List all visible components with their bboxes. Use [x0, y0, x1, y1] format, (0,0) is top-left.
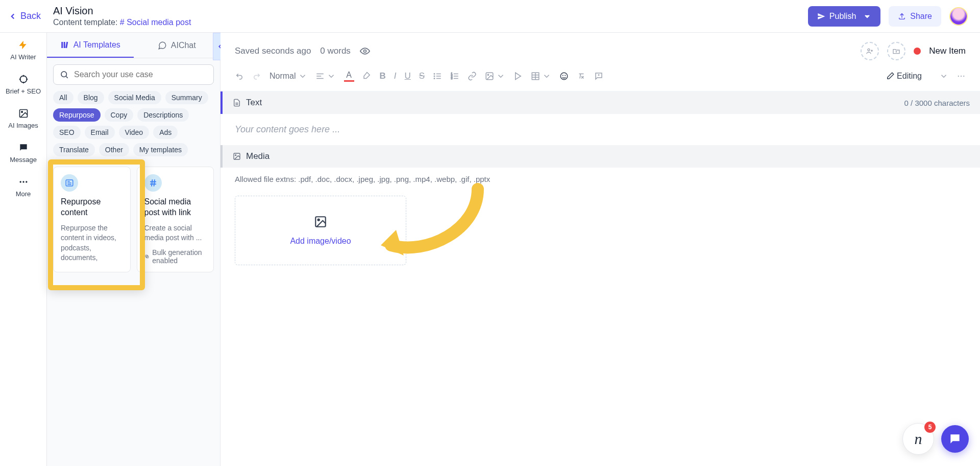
- main-layout: AI Writer Brief + SEO AI Images Message …: [0, 33, 980, 466]
- undo-button[interactable]: [235, 72, 244, 81]
- pill-blog[interactable]: Blog: [78, 91, 104, 104]
- search-icon: [60, 70, 69, 79]
- svg-point-27: [868, 49, 870, 51]
- svg-point-14: [61, 72, 67, 77]
- rail-message[interactable]: Message: [10, 143, 37, 164]
- card-repurpose-content[interactable]: Repurpose content Repurpose the content …: [53, 167, 131, 272]
- video-button[interactable]: [513, 72, 523, 81]
- svg-point-61: [963, 76, 964, 77]
- underline-button[interactable]: U: [405, 71, 411, 81]
- image-dropdown[interactable]: [485, 72, 505, 81]
- notifications-widget[interactable]: n 5: [902, 423, 934, 455]
- rail-brief-seo[interactable]: Brief + SEO: [6, 74, 41, 95]
- style-dropdown[interactable]: Normal: [270, 72, 307, 81]
- copy-icon: [144, 253, 150, 260]
- svg-point-55: [563, 75, 564, 76]
- clear-format-icon: [577, 72, 586, 81]
- section-title: Media: [246, 151, 270, 161]
- chevron-left-icon: [8, 12, 17, 21]
- chat-icon: [158, 41, 167, 50]
- status-text[interactable]: New Item: [929, 46, 966, 56]
- media-dropzone[interactable]: Add image/video: [235, 196, 406, 265]
- rail-more[interactable]: More: [16, 177, 31, 198]
- add-collaborator-button[interactable]: [861, 42, 879, 60]
- card-desc: Create a social media post with ...: [144, 223, 207, 243]
- pill-video[interactable]: Video: [119, 126, 150, 139]
- hash-icon: [144, 174, 162, 192]
- top-header: Back AI Vision Content template: # Socia…: [0, 0, 980, 33]
- comment-button[interactable]: [594, 72, 603, 81]
- emoji-icon: [559, 72, 569, 81]
- add-folder-button[interactable]: [887, 42, 905, 60]
- rail-label: More: [16, 190, 31, 198]
- tab-label: AI Templates: [74, 40, 120, 50]
- image-icon: [18, 108, 29, 119]
- svg-point-60: [961, 76, 962, 77]
- template-link[interactable]: # Social media post: [120, 18, 191, 27]
- font-color-button[interactable]: A: [344, 71, 354, 82]
- publish-button[interactable]: Publish: [808, 6, 880, 27]
- chat-widget[interactable]: [941, 425, 969, 453]
- pill-descriptions[interactable]: Descriptions: [137, 108, 189, 122]
- section-title: Text: [246, 98, 262, 108]
- search-box[interactable]: [53, 64, 214, 85]
- pill-translate[interactable]: Translate: [53, 143, 95, 156]
- media-section: Media: [220, 145, 980, 168]
- emoji-button[interactable]: [559, 72, 569, 81]
- editing-label: Editing: [897, 72, 922, 81]
- word-count: 0 words: [320, 46, 351, 56]
- more-toolbar-button[interactable]: [957, 72, 966, 81]
- search-input[interactable]: [74, 70, 207, 79]
- card-social-media-post[interactable]: Social media post with link Create a soc…: [137, 167, 214, 272]
- allowed-extensions: Allowed file extns: .pdf, .doc, .docx, .…: [220, 168, 980, 191]
- redo-button[interactable]: [252, 72, 261, 81]
- tab-label: AIChat: [171, 41, 196, 50]
- send-icon: [817, 12, 825, 20]
- editing-mode-dropdown[interactable]: Editing: [886, 72, 948, 81]
- back-button[interactable]: Back: [8, 11, 41, 21]
- tab-ai-templates[interactable]: AI Templates: [47, 33, 134, 58]
- svg-rect-13: [65, 41, 68, 48]
- pencil-icon: [886, 72, 895, 81]
- pill-other[interactable]: Other: [99, 143, 129, 156]
- pill-repurpose[interactable]: Repurpose: [53, 108, 101, 122]
- highlight-button[interactable]: [362, 72, 372, 81]
- text-editor-body[interactable]: Your content goes here ...: [220, 114, 980, 145]
- bold-button[interactable]: B: [380, 71, 386, 81]
- svg-marker-49: [516, 73, 521, 80]
- numbered-list-button[interactable]: 123: [450, 72, 459, 81]
- table-dropdown[interactable]: [531, 72, 551, 81]
- left-rail: AI Writer Brief + SEO AI Images Message …: [0, 33, 47, 466]
- template-cards: Repurpose content Repurpose the content …: [47, 160, 220, 278]
- svg-point-48: [487, 74, 488, 75]
- clear-format-button[interactable]: [577, 72, 586, 81]
- tab-ai-chat[interactable]: AIChat: [134, 33, 220, 58]
- svg-line-22: [152, 179, 153, 187]
- pill-summary[interactable]: Summary: [165, 91, 208, 104]
- rail-ai-writer[interactable]: AI Writer: [10, 40, 36, 61]
- pill-seo[interactable]: SEO: [53, 126, 81, 139]
- align-dropdown[interactable]: [315, 72, 336, 81]
- editor-area: Saved seconds ago 0 words New Item Norma…: [220, 33, 980, 466]
- image-icon: [233, 152, 241, 160]
- pill-ads[interactable]: Ads: [153, 126, 178, 139]
- pill-copy[interactable]: Copy: [105, 108, 134, 122]
- rail-ai-images[interactable]: AI Images: [8, 108, 38, 129]
- chat-bubble-icon: [948, 432, 962, 446]
- dots-icon: [18, 177, 29, 187]
- chevron-down-icon: [542, 72, 551, 81]
- card-title: Repurpose content: [61, 197, 123, 218]
- bullet-list-button[interactable]: [433, 72, 442, 81]
- share-button[interactable]: Share: [889, 6, 941, 27]
- link-button[interactable]: [468, 72, 477, 81]
- template-prefix: Content template:: [53, 18, 120, 27]
- pill-my-templates[interactable]: My templates: [133, 143, 188, 156]
- pill-all[interactable]: All: [53, 91, 74, 104]
- pill-social-media[interactable]: Social Media: [108, 91, 161, 104]
- image-icon: [485, 72, 494, 81]
- strikethrough-button[interactable]: S: [419, 71, 425, 81]
- italic-button[interactable]: I: [394, 71, 397, 81]
- pill-email[interactable]: Email: [85, 126, 115, 139]
- user-avatar[interactable]: [949, 7, 968, 26]
- eye-icon[interactable]: [360, 46, 370, 56]
